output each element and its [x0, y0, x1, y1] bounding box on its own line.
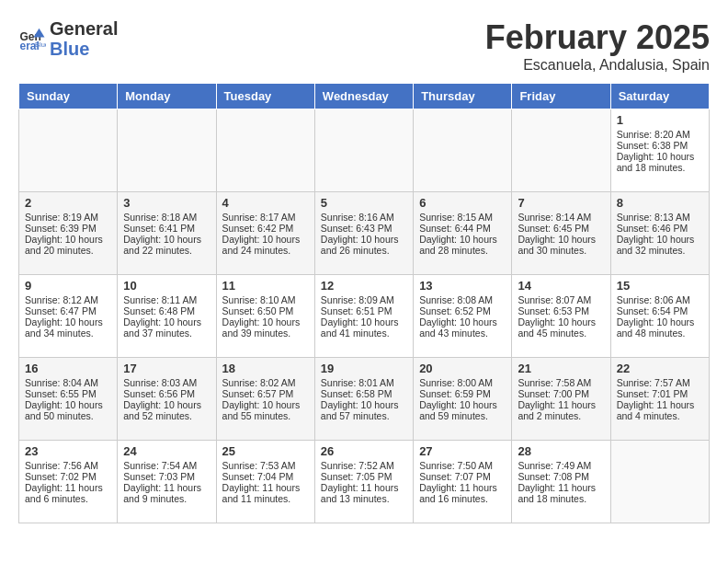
calendar-cell: 12Sunrise: 8:09 AMSunset: 6:51 PMDayligh… — [314, 275, 413, 358]
day-number: 28 — [518, 444, 604, 458]
sunrise-text: Sunrise: 8:20 AM — [617, 129, 703, 140]
sunset-text: Sunset: 7:01 PM — [617, 388, 703, 399]
daylight-text: Daylight: 10 hours and 43 minutes. — [419, 316, 506, 339]
calendar-cell: 24Sunrise: 7:54 AMSunset: 7:03 PMDayligh… — [118, 441, 216, 523]
daylight-text: Daylight: 10 hours and 41 minutes. — [321, 316, 407, 339]
day-number: 24 — [123, 444, 210, 458]
calendar-cell: 20Sunrise: 8:00 AMSunset: 6:59 PMDayligh… — [414, 358, 512, 441]
sunrise-text: Sunrise: 7:52 AM — [321, 460, 407, 471]
sunrise-text: Sunrise: 8:02 AM — [222, 377, 309, 388]
sunset-text: Sunset: 6:43 PM — [321, 223, 407, 234]
logo-blue: Blue — [50, 39, 89, 59]
daylight-text: Daylight: 10 hours and 52 minutes. — [123, 399, 210, 421]
calendar-cell: 26Sunrise: 7:52 AMSunset: 7:05 PMDayligh… — [314, 441, 413, 523]
calendar-cell: 17Sunrise: 8:03 AMSunset: 6:56 PMDayligh… — [118, 358, 216, 441]
sunset-text: Sunset: 7:00 PM — [518, 388, 604, 399]
daylight-text: Daylight: 10 hours and 55 minutes. — [222, 399, 309, 421]
sunset-text: Sunset: 7:04 PM — [222, 471, 309, 482]
sunset-text: Sunset: 6:55 PM — [25, 388, 111, 399]
sunset-text: Sunset: 6:59 PM — [419, 388, 506, 399]
day-number: 18 — [222, 362, 309, 375]
day-number: 26 — [321, 444, 407, 458]
sunrise-text: Sunrise: 8:10 AM — [222, 294, 309, 305]
calendar-cell: 27Sunrise: 7:50 AMSunset: 7:07 PMDayligh… — [414, 441, 512, 523]
calendar-cell: 7Sunrise: 8:14 AMSunset: 6:45 PMDaylight… — [512, 192, 610, 275]
daylight-text: Daylight: 10 hours and 34 minutes. — [25, 316, 111, 339]
col-header-thursday: Thursday — [414, 84, 512, 109]
sunrise-text: Sunrise: 8:14 AM — [518, 212, 604, 223]
daylight-text: Daylight: 10 hours and 59 minutes. — [419, 399, 506, 421]
day-number: 12 — [321, 279, 407, 293]
sunrise-text: Sunrise: 8:16 AM — [321, 212, 407, 223]
sunset-text: Sunset: 6:41 PM — [123, 223, 210, 234]
calendar-cell: 23Sunrise: 7:56 AMSunset: 7:02 PMDayligh… — [19, 441, 118, 523]
day-number: 20 — [419, 362, 506, 375]
sunset-text: Sunset: 7:07 PM — [419, 471, 506, 482]
calendar-cell: 11Sunrise: 8:10 AMSunset: 6:50 PMDayligh… — [216, 275, 314, 358]
calendar-cell: 8Sunrise: 8:13 AMSunset: 6:46 PMDaylight… — [610, 192, 709, 275]
sunset-text: Sunset: 6:42 PM — [222, 223, 309, 234]
day-number: 16 — [25, 362, 111, 375]
title-section: February 2025 Escanuela, Andalusia, Spai… — [485, 18, 710, 74]
sunset-text: Sunset: 6:48 PM — [123, 305, 210, 316]
calendar-cell: 6Sunrise: 8:15 AMSunset: 6:44 PMDaylight… — [414, 192, 512, 275]
calendar-cell: 16Sunrise: 8:04 AMSunset: 6:55 PMDayligh… — [19, 358, 118, 441]
sunset-text: Sunset: 6:58 PM — [321, 388, 407, 399]
week-row-2: 2Sunrise: 8:19 AMSunset: 6:39 PMDaylight… — [19, 192, 710, 275]
day-number: 21 — [518, 362, 604, 375]
calendar-cell — [216, 109, 314, 192]
day-number: 11 — [222, 279, 309, 293]
daylight-text: Daylight: 11 hours and 4 minutes. — [617, 399, 703, 421]
col-header-friday: Friday — [512, 84, 610, 109]
sunrise-text: Sunrise: 8:18 AM — [123, 212, 210, 223]
calendar-cell: 22Sunrise: 7:57 AMSunset: 7:01 PMDayligh… — [610, 358, 709, 441]
logo-general: General — [50, 18, 118, 39]
day-number: 19 — [321, 362, 407, 375]
calendar-cell: 2Sunrise: 8:19 AMSunset: 6:39 PMDaylight… — [19, 192, 118, 275]
page-header: Gen eral Blue General Blue February 2025… — [18, 18, 710, 74]
sunset-text: Sunset: 6:47 PM — [25, 305, 111, 316]
logo: Gen eral Blue General Blue — [18, 18, 118, 59]
sunset-text: Sunset: 6:52 PM — [419, 305, 506, 316]
sunset-text: Sunset: 6:38 PM — [617, 140, 703, 151]
daylight-text: Daylight: 10 hours and 30 minutes. — [518, 234, 604, 256]
daylight-text: Daylight: 10 hours and 22 minutes. — [123, 234, 210, 256]
calendar-cell — [314, 109, 413, 192]
logo-icon: Gen eral Blue — [18, 25, 46, 52]
week-row-5: 23Sunrise: 7:56 AMSunset: 7:02 PMDayligh… — [19, 441, 710, 523]
day-number: 22 — [617, 362, 703, 375]
calendar-cell: 28Sunrise: 7:49 AMSunset: 7:08 PMDayligh… — [512, 441, 610, 523]
daylight-text: Daylight: 11 hours and 16 minutes. — [419, 482, 506, 504]
day-number: 3 — [123, 196, 210, 210]
calendar-cell: 14Sunrise: 8:07 AMSunset: 6:53 PMDayligh… — [512, 275, 610, 358]
sunset-text: Sunset: 7:08 PM — [518, 471, 604, 482]
sunrise-text: Sunrise: 7:58 AM — [518, 377, 604, 388]
sunrise-text: Sunrise: 8:19 AM — [25, 212, 111, 223]
sunrise-text: Sunrise: 8:01 AM — [321, 377, 407, 388]
daylight-text: Daylight: 10 hours and 24 minutes. — [222, 234, 309, 256]
sunrise-text: Sunrise: 8:13 AM — [617, 212, 703, 223]
sunset-text: Sunset: 6:44 PM — [419, 223, 506, 234]
sunrise-text: Sunrise: 7:54 AM — [123, 460, 210, 471]
daylight-text: Daylight: 10 hours and 32 minutes. — [617, 234, 703, 256]
daylight-text: Daylight: 11 hours and 2 minutes. — [518, 399, 604, 421]
calendar-cell: 10Sunrise: 8:11 AMSunset: 6:48 PMDayligh… — [118, 275, 216, 358]
daylight-text: Daylight: 10 hours and 28 minutes. — [419, 234, 506, 256]
calendar-cell — [610, 441, 709, 523]
calendar-cell — [414, 109, 512, 192]
sunrise-text: Sunrise: 7:53 AM — [222, 460, 309, 471]
sunrise-text: Sunrise: 8:15 AM — [419, 212, 506, 223]
calendar-cell: 5Sunrise: 8:16 AMSunset: 6:43 PMDaylight… — [314, 192, 413, 275]
sunrise-text: Sunrise: 7:56 AM — [25, 460, 111, 471]
calendar-cell: 18Sunrise: 8:02 AMSunset: 6:57 PMDayligh… — [216, 358, 314, 441]
daylight-text: Daylight: 11 hours and 6 minutes. — [25, 482, 111, 504]
col-header-tuesday: Tuesday — [216, 84, 314, 109]
day-number: 23 — [25, 444, 111, 458]
sunset-text: Sunset: 6:53 PM — [518, 305, 604, 316]
week-row-1: 1Sunrise: 8:20 AMSunset: 6:38 PMDaylight… — [19, 109, 710, 192]
day-number: 17 — [123, 362, 210, 375]
daylight-text: Daylight: 10 hours and 48 minutes. — [617, 316, 703, 339]
calendar-cell: 9Sunrise: 8:12 AMSunset: 6:47 PMDaylight… — [19, 275, 118, 358]
daylight-text: Daylight: 11 hours and 18 minutes. — [518, 482, 604, 504]
day-number: 2 — [25, 196, 111, 210]
